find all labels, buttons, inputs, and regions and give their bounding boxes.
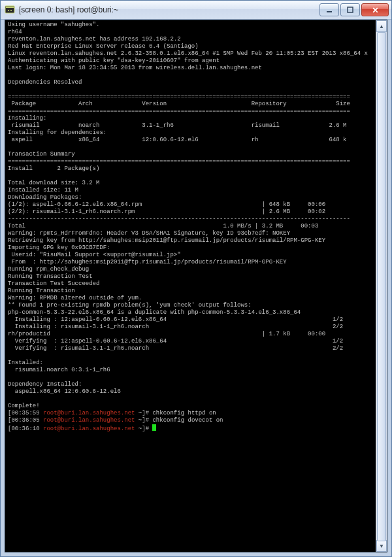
term-line: Verifying : 12:aspell-0.60.6-12.el6.x86_…: [8, 338, 343, 345]
term-line: risumail.noarch 0:3.1-1_rh6: [8, 367, 110, 373]
term-line: Total 1.0 MB/s | 3.2 MB 00:03: [8, 223, 318, 229]
minimize-button[interactable]: [319, 3, 339, 16]
scroll-thumb[interactable]: [377, 32, 386, 541]
term-line: Transaction Test Succeeded: [8, 280, 99, 287]
term-line: rh64: [8, 29, 22, 35]
term-line: (2/2): risumail-3.1-1_rh6.noarch.rpm | 2…: [8, 209, 325, 215]
scroll-track[interactable]: [376, 32, 387, 540]
window-buttons: [319, 3, 389, 16]
term-sep: ========================================…: [8, 158, 350, 165]
term-line: Userid: "RisuMail Support <support@risum…: [8, 252, 181, 258]
term-sep: ========================================…: [8, 93, 350, 100]
prompt-host: root@buri.lan.sahughes.net: [43, 410, 135, 416]
svg-rect-4: [327, 11, 332, 12]
term-line: Red Hat Enterprise Linux Server release …: [8, 43, 199, 50]
svg-rect-5: [348, 7, 353, 12]
term-line: Verifying : risumail-3.1-1_rh6.noarch 2/…: [8, 345, 343, 352]
scroll-down-button[interactable]: ▼: [376, 540, 387, 552]
term-line: Installed:: [8, 360, 43, 366]
term-line: Retrieving key from http://sahughes:msip…: [8, 237, 325, 244]
vertical-scrollbar[interactable]: ▲ ▼: [376, 20, 387, 552]
term-line: Dependency Installed:: [8, 381, 82, 388]
term-line: rh/productid | 1.7 kB 00:00: [8, 331, 325, 337]
scroll-up-button[interactable]: ▲: [376, 20, 387, 32]
term-line: Dependencies Resolved: [8, 79, 82, 86]
term-line: Installing for dependencies:: [8, 129, 106, 136]
term-line: Install 2 Package(s): [8, 165, 99, 172]
term-line: (1/2): aspell-0.60.6-12.el6.x86_64.rpm |…: [8, 201, 325, 208]
term-line: Installed size: 11 M: [8, 187, 78, 194]
titlebar[interactable]: [screen 0: bash] root@buri:~: [1, 1, 391, 20]
term-line: From : http://sahughes:msip2011@ftp.risu…: [8, 259, 287, 265]
maximize-icon: [347, 7, 353, 13]
cursor: [152, 424, 156, 431]
term-line: aspell.x86_64 12:0.60.6-12.el6: [8, 388, 121, 395]
command: chkconfig dovecot on: [152, 417, 223, 424]
prompt-host: root@buri.lan.sahughes.net: [43, 426, 135, 432]
app-icon: [5, 5, 15, 15]
term-sep: ========================================…: [8, 108, 350, 114]
term-line: warning: rpmts_HdrFromFdno: Header V3 DS…: [8, 230, 290, 237]
svg-point-2: [8, 10, 9, 11]
prompt-time: [00:36:10: [8, 426, 43, 432]
close-icon: [372, 7, 379, 14]
term-header: Package Arch Version Repository Size: [8, 101, 350, 107]
prompt-tail: ~]#: [135, 417, 152, 424]
svg-point-3: [10, 10, 12, 11]
prompt-time: [00:35:59: [8, 410, 43, 416]
term-line: Warning: RPMDB altered outside of yum.: [8, 295, 142, 301]
term-line: Complete!: [8, 403, 40, 409]
term-line: Last login: Mon Mar 18 23:34:55 2013 fro…: [8, 65, 262, 71]
term-line: Running Transaction: [8, 288, 75, 294]
maximize-button[interactable]: [340, 3, 360, 16]
term-line: Installing : 12:aspell-0.60.6-12.el6.x86…: [8, 316, 343, 323]
term-line: aspell x86_64 12:0.60.6-12.el6 rh 648 k: [8, 137, 346, 143]
app-window: [screen 0: bash] root@buri:~ Using usern…: [0, 0, 392, 557]
svg-rect-1: [6, 7, 14, 8]
term-line: Authenticating with public key "dsa-key-…: [8, 58, 220, 64]
prompt-tail: ~]#: [135, 410, 152, 416]
prompt-host: root@buri.lan.sahughes.net: [43, 417, 135, 424]
terminal-pane: Using username "sahughes". rh64 reventon…: [5, 20, 387, 552]
minimize-icon: [326, 7, 333, 13]
terminal-output[interactable]: Using username "sahughes". rh64 reventon…: [5, 20, 376, 552]
term-line: ** Found 1 pre-existing rpmdb problem(s)…: [8, 302, 252, 309]
term-line: risumail noarch 3.1-1_rh6 risumail 2.6 M: [8, 122, 346, 129]
term-line: Running rpm_check_debug: [8, 266, 89, 273]
term-line: Using username "sahughes".: [8, 22, 99, 28]
term-line: php-common-5.3.3-22.el6.x86_64 is a dupl…: [8, 309, 301, 316]
term-line: Linux reventon.lan.sahughes.net 2.6.32-3…: [8, 50, 368, 57]
term-line: Total download size: 3.2 M: [8, 180, 99, 186]
term-line: Installing:: [8, 115, 46, 122]
term-line: Downloading Packages:: [8, 194, 82, 201]
prompt-time: [00:36:05: [8, 417, 43, 424]
term-line: Importing GPG key 0x93CB7EDF:: [8, 245, 110, 251]
term-sep: ----------------------------------------…: [8, 216, 350, 222]
command: chkconfig httpd on: [152, 410, 216, 416]
window-title: [screen 0: bash] root@buri:~: [19, 5, 319, 14]
prompt-tail: ~]#: [135, 426, 152, 432]
term-line: Transaction Summary: [8, 151, 75, 158]
term-line: Running Transaction Test: [8, 273, 93, 280]
close-button[interactable]: [361, 3, 389, 16]
term-line: Installing : risumail-3.1-1_rh6.noarch 2…: [8, 324, 343, 330]
term-line: reventon.lan.sahughes.net has address 19…: [8, 36, 181, 42]
